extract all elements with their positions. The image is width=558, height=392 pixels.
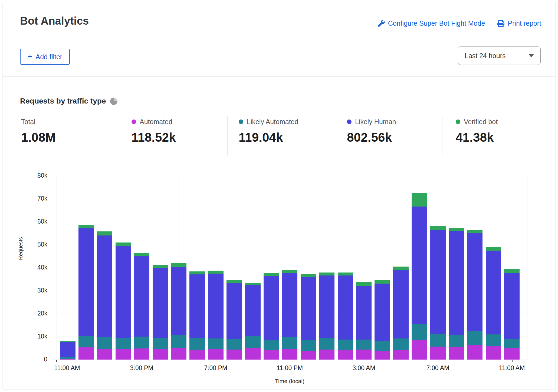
traffic-bar[interactable]	[227, 281, 242, 360]
stat-automated: Automated 118.52k	[132, 118, 176, 145]
bar-segment-verified-bot	[97, 231, 112, 235]
bar-segment-likely-automated	[356, 340, 372, 350]
traffic-bar[interactable]	[467, 230, 482, 360]
bar-segment-verified-bot	[264, 273, 279, 276]
bar-segment-likely-human	[116, 246, 131, 338]
add-filter-label: Add filter	[36, 53, 63, 61]
bar-segment-likely-human	[301, 277, 316, 340]
pie-chart-icon	[110, 98, 117, 105]
bar-segment-likely-human	[245, 285, 261, 336]
traffic-bar[interactable]	[78, 225, 94, 360]
x-gridline	[57, 176, 57, 360]
traffic-bar[interactable]	[449, 228, 464, 360]
stat-divider	[120, 116, 120, 155]
x-axis-tick	[438, 360, 438, 362]
traffic-bar[interactable]	[171, 263, 186, 360]
bar-segment-automated	[97, 349, 112, 360]
traffic-bar[interactable]	[301, 274, 316, 360]
traffic-bar[interactable]	[60, 341, 76, 360]
bar-segment-likely-human	[134, 256, 149, 337]
bar-segment-likely-human	[171, 267, 186, 335]
bar-segment-likely-automated	[412, 324, 427, 340]
traffic-bar[interactable]	[486, 247, 501, 360]
traffic-bar[interactable]	[189, 271, 205, 360]
bar-segment-automated	[319, 350, 334, 360]
bar-segment-verified-bot	[134, 253, 149, 256]
bar-segment-verified-bot	[338, 273, 353, 275]
bar-segment-verified-bot	[504, 269, 520, 273]
traffic-bar[interactable]	[356, 281, 372, 360]
bar-segment-likely-automated	[116, 338, 131, 349]
traffic-bar[interactable]	[412, 193, 427, 360]
stat-divider	[442, 116, 442, 155]
stat-divider	[335, 116, 335, 155]
bar-segment-verified-bot	[153, 265, 168, 268]
print-link-label: Print report	[508, 19, 541, 27]
bar-segment-likely-automated	[467, 331, 482, 345]
bar-segment-verified-bot	[78, 225, 94, 228]
bar-segment-verified-bot	[412, 193, 427, 207]
bar-segment-verified-bot	[375, 280, 390, 284]
chevron-down-icon	[529, 54, 534, 57]
y-axis-tick-label: 40k	[26, 264, 47, 271]
bar-segment-automated	[116, 349, 131, 360]
section-title-row: Requests by traffic type	[20, 97, 117, 105]
y-axis-tick-label: 0	[26, 356, 47, 363]
traffic-bar[interactable]	[264, 273, 279, 360]
traffic-bar[interactable]	[375, 280, 390, 360]
bar-segment-verified-bot	[227, 280, 242, 283]
print-report-link[interactable]: Print report	[497, 19, 541, 27]
bar-segment-likely-automated	[486, 334, 501, 346]
bar-segment-verified-bot	[319, 273, 334, 275]
bar-segment-likely-automated	[264, 340, 279, 350]
traffic-bar[interactable]	[282, 270, 297, 360]
stat-likely-automated: Likely Automated 119.04k	[239, 118, 298, 145]
stat-value: 41.38k	[456, 130, 498, 145]
bar-segment-verified-bot	[208, 271, 224, 274]
bar-segment-likely-automated	[134, 337, 149, 348]
bar-segment-likely-automated	[189, 338, 205, 350]
bar-segment-likely-human	[356, 286, 372, 340]
stat-label: Likely Automated	[247, 118, 298, 126]
bar-segment-automated	[264, 350, 279, 360]
traffic-bar[interactable]	[504, 269, 520, 360]
stat-label: Automated	[140, 118, 172, 126]
header-actions: Configure Super Bot Fight Mode Print rep…	[378, 19, 541, 27]
traffic-bar[interactable]	[393, 267, 409, 360]
traffic-bar[interactable]	[245, 283, 261, 360]
configure-super-bot-fight-mode-link[interactable]: Configure Super Bot Fight Mode	[378, 19, 485, 27]
bar-segment-verified-bot	[430, 226, 446, 230]
bar-segment-likely-automated	[375, 341, 390, 351]
bar-segment-likely-human	[319, 275, 334, 338]
traffic-bar[interactable]	[153, 265, 168, 360]
traffic-bar[interactable]	[134, 253, 149, 360]
bar-segment-automated	[356, 350, 372, 360]
bar-segment-likely-human	[338, 275, 353, 340]
bar-segment-verified-bot	[171, 263, 186, 267]
y-axis-tick-label: 30k	[26, 287, 47, 294]
traffic-bar[interactable]	[116, 242, 131, 360]
x-axis-tick-label: 11:00 AM	[499, 364, 525, 372]
traffic-bar[interactable]	[430, 226, 446, 360]
x-axis-tick-label: 7:00 AM	[426, 364, 449, 372]
x-axis-tick	[56, 360, 57, 362]
stat-value: 119.04k	[239, 130, 298, 145]
printer-icon	[497, 20, 504, 27]
traffic-bar[interactable]	[97, 232, 112, 360]
bar-segment-likely-automated	[301, 340, 316, 351]
traffic-bar[interactable]	[319, 273, 334, 360]
add-filter-button[interactable]: + Add filter	[20, 49, 70, 65]
stat-divider	[227, 116, 228, 155]
bar-segment-automated	[486, 346, 501, 360]
bar-segment-likely-human	[430, 230, 446, 334]
x-axis-tick-label: 3:00 AM	[352, 364, 375, 372]
traffic-bar[interactable]	[338, 273, 353, 360]
stat-verified-bot: Verified bot 41.38k	[456, 118, 498, 145]
bar-segment-automated	[208, 349, 224, 360]
x-axis-title: Time (local)	[275, 378, 304, 384]
bar-segment-likely-automated	[449, 335, 464, 347]
traffic-bar[interactable]	[208, 271, 224, 360]
y-axis-tick-label: 60k	[26, 218, 47, 225]
bot-analytics-page: Bot Analytics Configure Super Bot Fight …	[0, 0, 558, 392]
time-range-dropdown[interactable]: Last 24 hours	[458, 46, 541, 65]
